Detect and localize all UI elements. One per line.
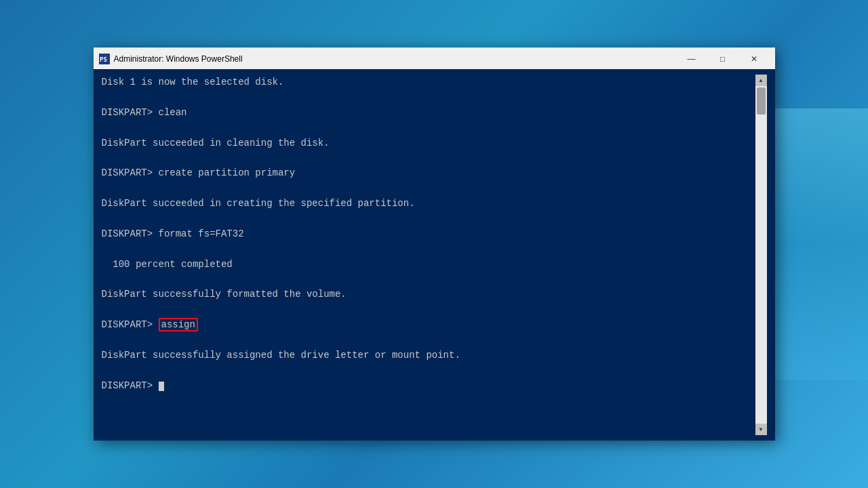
terminal-line-empty: [102, 302, 755, 317]
terminal-line-empty: [102, 211, 755, 226]
terminal-content: Disk 1 is now the selected disk. DISKPAR…: [102, 75, 755, 435]
scrollbar-up-arrow[interactable]: ▲: [755, 75, 767, 86]
terminal-line-empty: [102, 181, 755, 196]
terminal-line: DISKPART> create partition primary: [102, 165, 755, 180]
terminal-line: DiskPart successfully formatted the volu…: [102, 287, 755, 302]
terminal-line-indent: 100 percent completed: [102, 257, 755, 272]
terminal-line-empty: [102, 150, 755, 165]
terminal-line-empty: [102, 241, 755, 256]
terminal-body[interactable]: Disk 1 is now the selected disk. DISKPAR…: [94, 69, 775, 441]
scrollbar[interactable]: ▲ ▼: [755, 75, 767, 435]
terminal-prompt-line: DISKPART>: [102, 378, 755, 393]
terminal-cursor: [159, 382, 164, 391]
terminal-line-empty: [102, 272, 755, 287]
terminal-line: DISKPART> format fs=FAT32: [102, 226, 755, 241]
window-controls: — □ ✕: [676, 48, 770, 70]
terminal-line-empty: [102, 333, 755, 348]
terminal-line-empty: [102, 363, 755, 378]
svg-text:PS: PS: [100, 56, 107, 63]
terminal-line-assign: DISKPART> assign: [102, 317, 755, 332]
close-button[interactable]: ✕: [738, 48, 770, 70]
assign-command-highlight: assign: [159, 318, 198, 331]
powershell-icon: PS: [99, 54, 110, 64]
scrollbar-thumb[interactable]: [757, 87, 766, 115]
scrollbar-track[interactable]: [755, 86, 767, 424]
maximize-button[interactable]: □: [707, 48, 738, 70]
terminal-line: DiskPart successfully assigned the drive…: [102, 348, 755, 363]
powershell-window: PS Administrator: Windows PowerShell — □…: [94, 47, 775, 441]
terminal-line: DISKPART> clean: [102, 105, 755, 120]
terminal-line-empty: [102, 89, 755, 104]
scrollbar-down-arrow[interactable]: ▼: [755, 424, 767, 435]
terminal-line: Disk 1 is now the selected disk.: [102, 75, 755, 89]
terminal-line: DiskPart succeeded in cleaning the disk.: [102, 136, 755, 150]
window-title: Administrator: Windows PowerShell: [114, 54, 676, 64]
terminal-line-empty: [102, 120, 755, 135]
terminal-line: DiskPart succeeded in creating the speci…: [102, 196, 755, 211]
minimize-button[interactable]: —: [676, 48, 707, 70]
title-bar: PS Administrator: Windows PowerShell — □…: [94, 47, 775, 69]
